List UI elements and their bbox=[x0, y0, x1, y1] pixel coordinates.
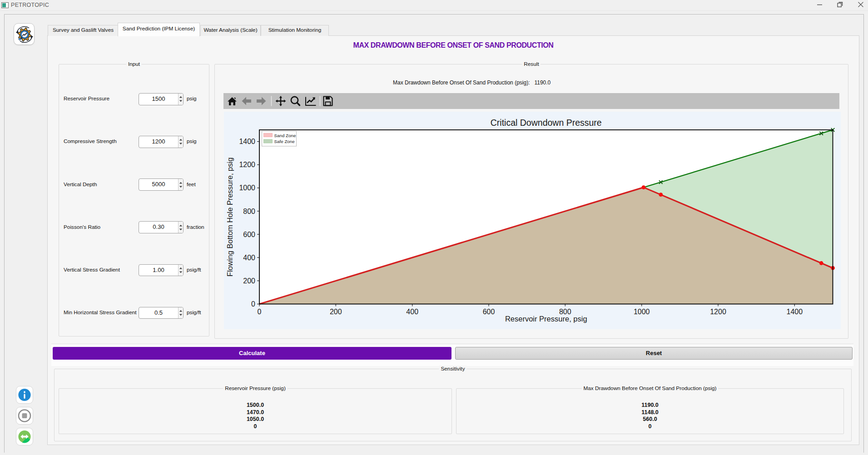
svg-text:1200: 1200 bbox=[239, 161, 255, 168]
svg-text:600: 600 bbox=[483, 308, 495, 316]
svg-text:400: 400 bbox=[406, 308, 418, 316]
svg-text:600: 600 bbox=[243, 231, 255, 238]
svg-text:1400: 1400 bbox=[787, 308, 803, 316]
svg-text:Critical Downdown Pressure: Critical Downdown Pressure bbox=[491, 118, 602, 128]
svg-text:800: 800 bbox=[243, 208, 255, 215]
svg-text:1400: 1400 bbox=[239, 138, 255, 145]
svg-text:1000: 1000 bbox=[239, 184, 255, 192]
svg-text:Flowing Bottom Hole Pressure,: Flowing Bottom Hole Pressure, psig bbox=[226, 158, 234, 277]
svg-text:Safe Zone: Safe Zone bbox=[274, 139, 295, 144]
svg-text:1200: 1200 bbox=[710, 308, 726, 316]
svg-text:400: 400 bbox=[243, 254, 255, 262]
svg-text:Reservoir Pressure, psig: Reservoir Pressure, psig bbox=[505, 315, 587, 323]
svg-text:Sand Zone: Sand Zone bbox=[274, 133, 296, 138]
svg-text:200: 200 bbox=[330, 308, 342, 316]
svg-text:200: 200 bbox=[243, 277, 255, 285]
svg-text:0: 0 bbox=[251, 300, 255, 308]
svg-text:1000: 1000 bbox=[634, 308, 650, 316]
svg-text:800: 800 bbox=[559, 308, 571, 316]
svg-text:0: 0 bbox=[258, 308, 262, 316]
